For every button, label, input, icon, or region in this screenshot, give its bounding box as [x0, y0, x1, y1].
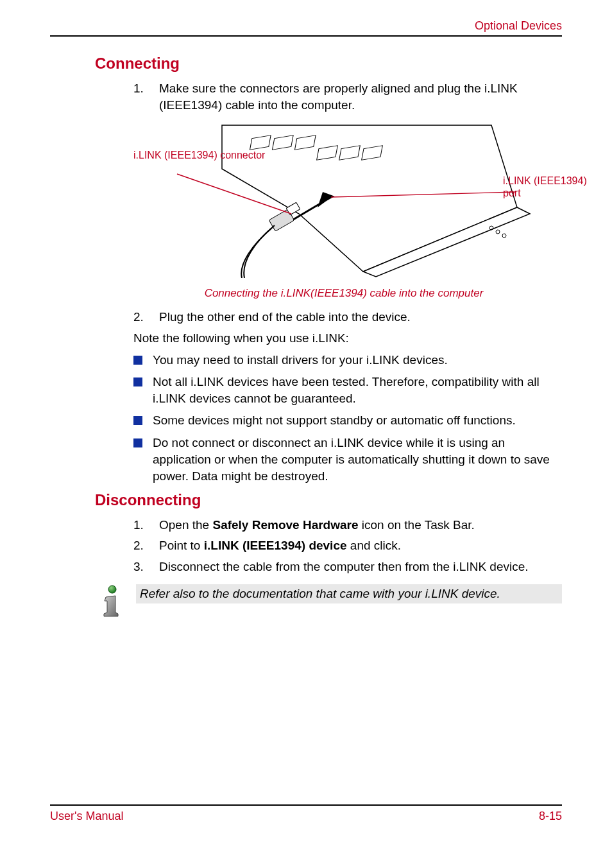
heading-connecting: Connecting — [95, 55, 562, 73]
list-item: You may need to install drivers for your… — [133, 352, 562, 369]
step-number: 1. — [133, 80, 149, 114]
figure-caption: Connecting the i.LINK(IEEE1394) cable in… — [126, 287, 562, 300]
header-divider — [50, 35, 562, 37]
list-item: Some devices might not support standby o… — [133, 412, 562, 429]
laptop-illustration — [132, 117, 549, 278]
bullet-text: Not all i.LINK devices have been tested.… — [153, 374, 562, 407]
label-ilink-port: i.LINK (IEEE1394) port — [503, 175, 593, 199]
svg-point-18 — [108, 586, 116, 593]
info-note-text: Refer also to the documentation that cam… — [136, 584, 562, 603]
step-text: Point to i.LINK (IEEE1394) device and cl… — [159, 537, 401, 554]
step-number: 1. — [133, 517, 149, 534]
svg-point-10 — [496, 230, 500, 234]
step-text: Disconnect the cable from the computer t… — [159, 559, 529, 575]
footer-divider — [50, 804, 562, 806]
footer-left: User's Manual — [50, 810, 123, 823]
bullet-text: You may need to install drivers for your… — [153, 352, 448, 369]
bullet-text: Some devices might not support standby o… — [153, 412, 516, 429]
heading-disconnecting: Disconnecting — [95, 491, 562, 509]
bullet-text: Do not connect or disconnect an i.LINK d… — [153, 435, 562, 485]
disconnecting-step-3: 3. Disconnect the cable from the compute… — [133, 559, 562, 575]
label-ilink-connector: i.LINK (IEEE1394) connector — [133, 150, 265, 161]
connecting-step-1: 1. Make sure the connectors are properly… — [133, 80, 562, 114]
figure-ilink-cable: i.LINK (IEEE1394) connector i.LINK (IEEE… — [126, 117, 562, 284]
connecting-step-2: 2. Plug the other end of the cable into … — [133, 309, 562, 326]
note-intro: Note the following when you use i.LINK: — [133, 331, 562, 345]
footer-right: 8-15 — [539, 810, 562, 823]
list-item: Do not connect or disconnect an i.LINK d… — [133, 435, 562, 485]
info-note: Refer also to the documentation that cam… — [96, 584, 562, 619]
bullet-icon — [133, 378, 142, 386]
list-item: Not all i.LINK devices have been tested.… — [133, 374, 562, 407]
step-number: 2. — [133, 309, 149, 326]
disconnecting-step-1: 1. Open the Safely Remove Hardware icon … — [133, 517, 562, 534]
bullet-icon — [133, 356, 142, 365]
disconnecting-step-2: 2. Point to i.LINK (IEEE1394) device and… — [133, 537, 562, 554]
page-footer: User's Manual 8-15 — [50, 804, 562, 823]
step-text: Plug the other end of the cable into the… — [159, 309, 411, 326]
info-icon — [96, 584, 124, 619]
step-text: Open the Safely Remove Hardware icon on … — [159, 517, 475, 534]
svg-point-11 — [502, 234, 506, 238]
step-number: 3. — [133, 559, 149, 575]
step-number: 2. — [133, 537, 149, 554]
bullet-icon — [133, 416, 142, 425]
header-section-label: Optional Devices — [50, 19, 562, 33]
bullet-icon — [133, 438, 142, 447]
step-text: Make sure the connectors are properly al… — [159, 80, 562, 114]
